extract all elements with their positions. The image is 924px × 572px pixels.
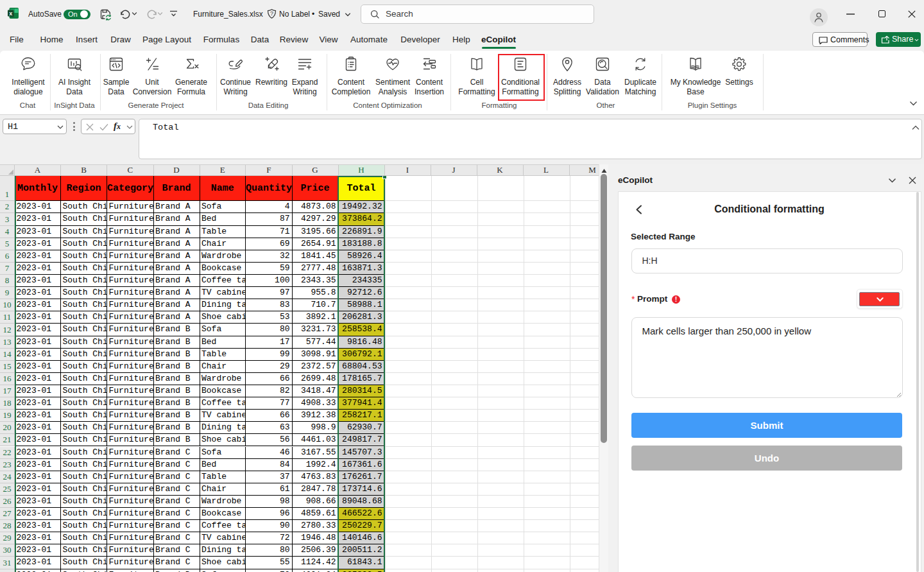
svg-text:x: x <box>9 10 12 17</box>
svg-text:?: ? <box>270 10 273 17</box>
